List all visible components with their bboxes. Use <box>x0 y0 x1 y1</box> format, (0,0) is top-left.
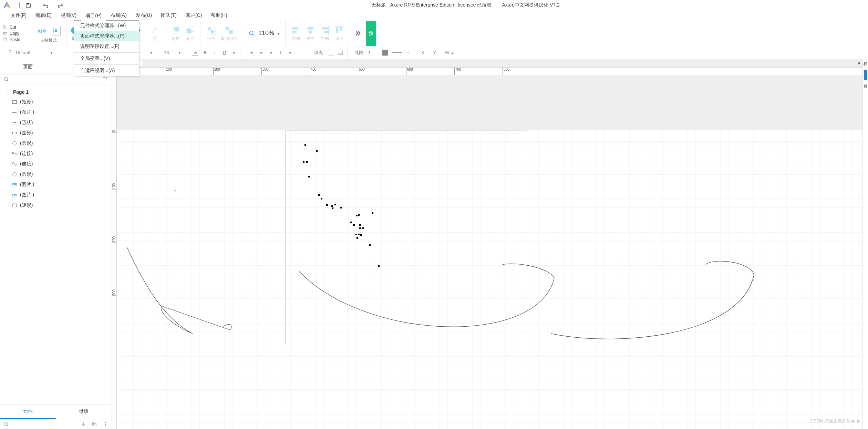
submenu-page-style[interactable]: 页面样式管理器...(P) <box>74 31 139 41</box>
copy-lib-icon[interactable] <box>92 421 97 427</box>
style-dropper-icon[interactable] <box>7 50 12 55</box>
align-text-center[interactable]: ≡ <box>258 50 264 56</box>
canvas-dot[interactable] <box>362 227 364 229</box>
outline-item[interactable]: (连接) <box>0 159 112 169</box>
align-text-right[interactable]: ≡ <box>268 50 274 56</box>
preview-button[interactable]: 预 <box>366 21 376 46</box>
outline-page-node[interactable]: Page 1 <box>0 87 112 97</box>
copy-button[interactable]: Copy <box>0 30 31 37</box>
canvas-dot[interactable] <box>369 244 371 246</box>
canvas-dot[interactable] <box>359 227 361 229</box>
submenu-widget-style[interactable]: 元件样式管理器...(W) <box>74 21 139 31</box>
border-swatch[interactable] <box>382 50 388 56</box>
align-right[interactable]: 右侧 <box>320 25 330 42</box>
align-left[interactable]: 左侧 <box>291 25 301 42</box>
canvas-dot[interactable] <box>355 234 357 235</box>
right-strip-label-1[interactable]: 样 <box>864 61 867 67</box>
canvas-dot[interactable] <box>326 204 328 206</box>
undo-icon[interactable] <box>42 2 49 8</box>
save-icon[interactable] <box>25 2 31 8</box>
right-strip-active[interactable] <box>864 70 867 80</box>
font-size[interactable]: 13 <box>164 50 169 55</box>
tab-masters[interactable]: 母版 <box>56 405 112 419</box>
canvas-dot[interactable] <box>356 215 358 216</box>
arrow-style[interactable]: ↔ <box>405 50 410 55</box>
outline-item[interactable]: (图片 ) <box>0 107 112 118</box>
ruler-horizontal[interactable]: 0100200300400500600700800 <box>117 68 862 75</box>
menu-team[interactable]: 团队(T) <box>156 10 181 21</box>
canvas-dot[interactable] <box>318 194 320 196</box>
tabs-dropdown-icon[interactable]: ▾ <box>858 61 860 66</box>
zoom-value[interactable]: 110% <box>257 30 276 37</box>
font-color-button[interactable]: A <box>192 50 198 56</box>
valign-middle[interactable]: ≡ <box>287 50 293 56</box>
outline-item[interactable]: (图片 ) <box>0 180 112 190</box>
more-tools[interactable] <box>350 21 366 46</box>
border-style[interactable] <box>392 52 402 53</box>
menu-layout[interactable]: 布局(A) <box>106 10 131 21</box>
canvas-dot[interactable] <box>356 237 358 239</box>
bring-front[interactable]: 顶层 <box>171 25 180 42</box>
valign-top[interactable]: ⊤ <box>277 50 283 56</box>
underline-button[interactable]: U <box>221 50 227 56</box>
send-back[interactable]: 底层 <box>185 25 195 42</box>
tab-widgets[interactable]: 元件 <box>0 405 56 419</box>
canvas-dot[interactable] <box>331 205 333 207</box>
bold-button[interactable]: B <box>202 50 208 56</box>
outline-item[interactable]: (矩形) <box>0 200 112 211</box>
outline-item[interactable]: (矩形) <box>0 97 112 107</box>
border-width[interactable]: 1 <box>368 50 379 55</box>
ungroup-button[interactable]: 取消组合 <box>221 25 237 42</box>
outline-item[interactable]: (连接) <box>0 149 112 159</box>
select-intersect-icon[interactable] <box>52 27 59 34</box>
canvas-dot[interactable] <box>332 207 333 209</box>
cut-button[interactable]: Cut <box>0 24 31 30</box>
menu-project[interactable]: 项目(P) <box>81 11 106 21</box>
redo-icon[interactable] <box>58 2 64 8</box>
lock-icon[interactable] <box>451 51 454 55</box>
canvas-dot[interactable] <box>359 224 361 226</box>
fill-swatch[interactable] <box>328 50 334 56</box>
right-strip-label-2[interactable]: 页 <box>864 84 867 89</box>
search-icon[interactable] <box>3 421 9 427</box>
canvas-dot[interactable] <box>358 214 360 216</box>
align-center[interactable]: 居中 <box>306 25 315 42</box>
align-top[interactable]: 顶部 <box>334 25 344 42</box>
canvas-dot[interactable] <box>353 224 355 226</box>
canvas-dot[interactable] <box>358 234 360 235</box>
canvas-dot[interactable] <box>372 212 373 214</box>
menu-edit[interactable]: 编辑(E) <box>31 10 56 21</box>
outline-item[interactable]: (圆形) <box>0 138 112 149</box>
ruler-vertical[interactable]: 0100200300 <box>112 75 117 429</box>
bullets-button[interactable]: ≡ <box>231 50 237 56</box>
tab-pages[interactable]: 页面 <box>0 59 56 74</box>
canvas-stage[interactable] <box>117 75 862 429</box>
menu-help[interactable]: 帮助(H) <box>206 10 231 21</box>
submenu-adaptive-views[interactable]: 自适应视图...(A) <box>74 65 139 76</box>
menu-file[interactable]: 文件(F) <box>6 10 31 21</box>
canvas-dot[interactable] <box>340 207 342 208</box>
canvas-dot[interactable] <box>308 176 310 177</box>
group-button[interactable]: 组合 <box>206 25 216 42</box>
canvas-dot[interactable] <box>306 161 308 163</box>
search-icon[interactable] <box>3 76 9 82</box>
canvas-dot[interactable] <box>316 150 318 152</box>
canvas-dot[interactable] <box>334 204 336 205</box>
submenu-global-vars[interactable]: 全局变量...(V) <box>74 53 139 64</box>
canvas-dot[interactable] <box>360 234 362 236</box>
filter-icon[interactable] <box>103 76 108 82</box>
paste-button[interactable]: Paste <box>0 37 31 43</box>
canvas-element[interactable] <box>174 189 176 191</box>
add-icon[interactable] <box>81 421 86 427</box>
fill-image-icon[interactable] <box>338 50 343 55</box>
outline-item[interactable]: (圆形) <box>0 169 112 180</box>
canvas-dot[interactable] <box>304 144 306 146</box>
outline-item[interactable]: (圆形) <box>0 128 112 138</box>
menu-publish[interactable]: 发布(U) <box>131 10 156 21</box>
submenu-note-fields[interactable]: 说明字段设置...(F) <box>74 41 139 52</box>
menu-view[interactable]: 视图(V) <box>56 10 81 21</box>
canvas-dot[interactable] <box>350 222 352 223</box>
canvas-dot[interactable] <box>303 161 304 163</box>
align-text-left[interactable]: ≡ <box>248 50 255 56</box>
outline-item[interactable]: (图片 ) <box>0 190 112 200</box>
